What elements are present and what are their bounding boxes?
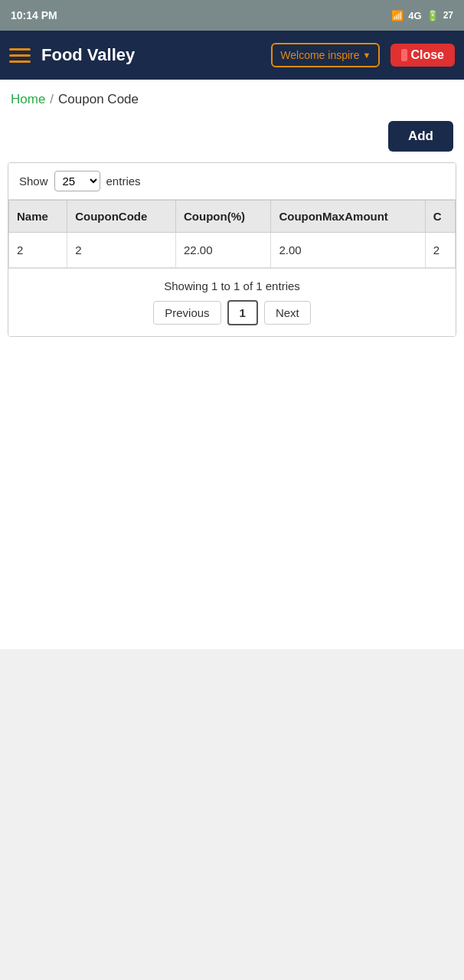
breadcrumb-separator: /	[50, 92, 54, 107]
close-button[interactable]: Close	[390, 44, 455, 67]
cell-name: 2	[9, 233, 67, 268]
cell-coupon-pct: 22.00	[176, 233, 271, 268]
breadcrumb-home-link[interactable]: Home	[11, 92, 45, 107]
next-button[interactable]: Next	[264, 301, 311, 325]
pagination-area: Showing 1 to 1 of 1 entries Previous 1 N…	[8, 268, 456, 336]
table-container: Show 25 10 50 100 entries Name CouponCod…	[8, 162, 456, 337]
hamburger-line-1	[9, 48, 31, 51]
status-bar: 10:14 PM 📶 4G 🔋 27	[0, 0, 464, 31]
close-label: Close	[410, 48, 444, 62]
col-header-extra: C	[425, 201, 455, 233]
status-icons: 📶 4G 🔋 27	[391, 10, 453, 21]
add-button[interactable]: Add	[388, 121, 453, 152]
breadcrumb: Home / Coupon Code	[0, 80, 464, 113]
previous-button[interactable]: Previous	[153, 301, 221, 325]
page-1-button[interactable]: 1	[227, 300, 258, 325]
pagination-info: Showing 1 to 1 of 1 entries	[16, 279, 448, 292]
table-header-row: Name CouponCode Coupon(%) CouponMaxAmoun…	[9, 201, 456, 233]
entries-label: entries	[106, 175, 141, 188]
col-header-coupon-pct: Coupon(%)	[176, 201, 271, 233]
show-label: Show	[19, 175, 48, 188]
app-title: Food Valley	[41, 45, 260, 65]
col-header-max-amount: CouponMaxAmount	[271, 201, 425, 233]
table-row: 2 2 22.00 2.00 2	[9, 233, 456, 268]
time: 10:14 PM	[11, 9, 57, 21]
table-scroll: Name CouponCode Coupon(%) CouponMaxAmoun…	[8, 200, 456, 268]
action-row: Add	[8, 113, 456, 162]
main-content: Add Show 25 10 50 100 entries Name Coupo…	[0, 113, 464, 649]
show-entries-row: Show 25 10 50 100 entries	[8, 163, 456, 200]
battery-level: 27	[443, 10, 453, 21]
entries-select[interactable]: 25 10 50 100	[54, 171, 100, 191]
pagination-controls: Previous 1 Next	[16, 300, 448, 325]
coupon-table: Name CouponCode Coupon(%) CouponMaxAmoun…	[8, 200, 456, 268]
cell-coupon-code: 2	[67, 233, 176, 268]
navbar: Food Valley Welcome inspire ▼ Close	[0, 31, 464, 80]
welcome-label: Welcome inspire	[280, 49, 359, 61]
hamburger-line-2	[9, 54, 31, 57]
breadcrumb-current-page: Coupon Code	[58, 92, 139, 107]
cell-max-amount: 2.00	[271, 233, 425, 268]
col-header-couponcode: CouponCode	[67, 201, 176, 233]
col-header-name: Name	[9, 201, 67, 233]
close-bar-icon	[401, 49, 407, 61]
cell-extra: 2	[425, 233, 455, 268]
chevron-down-icon: ▼	[363, 51, 371, 60]
hamburger-menu[interactable]	[9, 48, 31, 63]
hamburger-line-3	[9, 60, 31, 63]
signal-icon: 📶	[391, 10, 404, 21]
welcome-dropdown[interactable]: Welcome inspire ▼	[271, 43, 380, 67]
battery-icon: 🔋	[426, 10, 439, 21]
network-type: 4G	[408, 10, 421, 21]
